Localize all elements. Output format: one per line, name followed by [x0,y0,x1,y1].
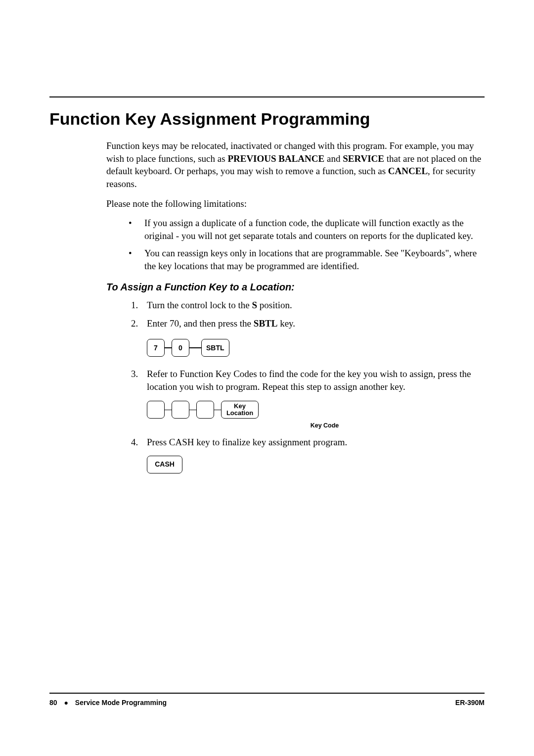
step-text: Press CASH key to finalize key assignmen… [147,437,347,447]
step2-suffix: key. [277,318,295,329]
key-sequence-3: CASH [147,456,485,473]
connector [189,347,201,348]
connector [214,410,221,411]
footer-left: 80 ● Service Mode Programming [49,699,167,707]
step-number: 3. [131,368,138,380]
step-text: Refer to Function Key Codes to find the … [147,369,471,392]
section-title: Function Key Assignment Programming [49,109,485,129]
footer-rule [49,693,485,694]
page-content: Function Key Assignment Programming Func… [0,0,534,473]
footer-section: Service Mode Programming [75,699,167,707]
intro-paragraph: Function keys may be relocated, inactiva… [106,140,485,190]
footer-row: 80 ● Service Mode Programming ER-390M [49,699,485,707]
connector [165,410,172,411]
bullet-list: If you assign a duplicate of a function … [129,217,485,273]
key-sequence-1: 7 0 SBTL [147,339,485,357]
bullet-item: You can reassign keys only in locations … [129,247,485,272]
key-key-location: Key Location [221,401,259,419]
step-text: Turn the control lock to the S position. [147,300,292,310]
step1-prefix: Turn the control lock to the [147,300,252,310]
step2-prefix: Enter 70, and then press the [147,318,254,329]
step-1: 1. Turn the control lock to the S positi… [131,299,485,312]
page-number: 80 [49,699,57,707]
key-location-line-2: Location [226,410,253,417]
numbered-list: 1. Turn the control lock to the S positi… [131,299,485,473]
step-text: Enter 70, and then press the SBTL key. [147,318,295,329]
intro-bold-1: PREVIOUS BALANCE [227,153,324,164]
intro-bold-3: CANCEL [388,166,428,176]
key-0: 0 [172,339,189,357]
key-cash: CASH [147,456,182,473]
footer: 80 ● Service Mode Programming ER-390M [49,693,485,707]
step-number: 4. [131,436,138,449]
key-blank [147,401,165,419]
key-sequence-2: Key Location Key Code [147,401,485,430]
step-3: 3. Refer to Function Key Codes to find t… [131,368,485,430]
key-sbtl: SBTL [201,339,229,357]
content-block: Function keys may be relocated, inactiva… [106,140,485,473]
step1-suffix: position. [257,300,292,310]
connector [189,410,196,411]
step2-bold: SBTL [254,318,278,329]
key-blank [196,401,214,419]
intro-mid-1: and [324,153,343,164]
key-code-label: Key Code [165,422,485,430]
footer-model: ER-390M [455,699,485,707]
key-7: 7 [147,339,165,357]
step-number: 1. [131,299,138,312]
bullet-item: If you assign a duplicate of a function … [129,217,485,242]
footer-dot: ● [64,699,68,707]
connector [165,347,172,348]
top-rule [49,96,485,97]
key-blank [172,401,189,419]
intro-bold-2: SERVICE [343,153,384,164]
step1-bold: S [252,300,258,310]
step-4: 4. Press CASH key to finalize key assign… [131,436,485,473]
step-number: 2. [131,317,138,330]
key-location-line-1: Key [226,403,253,410]
subheading: To Assign a Function Key to a Location: [106,282,485,293]
step-2: 2. Enter 70, and then press the SBTL key… [131,317,485,357]
note-intro: Please note the following limitations: [106,197,485,210]
